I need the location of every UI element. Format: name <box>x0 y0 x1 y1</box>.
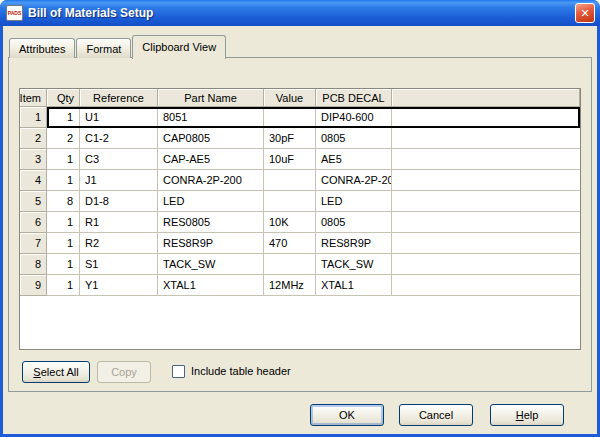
table-cell[interactable] <box>392 107 580 128</box>
table-cell[interactable]: D1-8 <box>80 191 158 212</box>
dialog-body: Attributes Format Clipboard View ItemQty… <box>3 26 597 434</box>
table-row[interactable]: 22C1-2CAP080530pF0805 <box>20 128 580 149</box>
table-cell[interactable]: XTAL1 <box>316 275 392 296</box>
table-cell[interactable]: AE5 <box>316 149 392 170</box>
table-cell[interactable] <box>392 170 580 191</box>
table-cell[interactable]: XTAL1 <box>158 275 264 296</box>
table-cell[interactable] <box>264 107 316 128</box>
row-header-cell[interactable]: 9 <box>20 275 47 296</box>
row-cells[interactable]: 1R1RES080510K0805 <box>47 212 580 233</box>
table-cell[interactable]: 12MHz <box>264 275 316 296</box>
row-cells[interactable]: 1S1TACK_SWTACK_SW <box>47 254 580 275</box>
table-cell[interactable]: 2 <box>47 128 80 149</box>
row-cells[interactable]: 1R2RES8R9P470RES8R9P <box>47 233 580 254</box>
table-cell[interactable] <box>392 191 580 212</box>
column-header-filler <box>392 89 580 107</box>
table-cell[interactable]: CONRA-2P-200 <box>158 170 264 191</box>
table-cell[interactable]: 1 <box>47 149 80 170</box>
table-cell[interactable]: 1 <box>47 233 80 254</box>
table-row[interactable]: 61R1RES080510K0805 <box>20 212 580 233</box>
table-cell[interactable]: 8 <box>47 191 80 212</box>
column-header-pcb-decal: PCB DECAL <box>316 89 392 107</box>
table-cell[interactable] <box>264 170 316 191</box>
table-cell[interactable]: 1 <box>47 275 80 296</box>
table-cell[interactable] <box>392 233 580 254</box>
table-row[interactable]: 58D1-8LEDLED <box>20 191 580 212</box>
table-cell[interactable]: 10uF <box>264 149 316 170</box>
row-cells[interactable]: 1J1CONRA-2P-200CONRA-2P-200 <box>47 170 580 191</box>
table-row[interactable]: 71R2RES8R9P470RES8R9P <box>20 233 580 254</box>
row-cells[interactable]: 1C3CAP-AE510uFAE5 <box>47 149 580 170</box>
table-cell[interactable] <box>264 254 316 275</box>
table-cell[interactable]: DIP40-600 <box>316 107 392 128</box>
table-cell[interactable] <box>264 191 316 212</box>
table-cell[interactable]: S1 <box>80 254 158 275</box>
table-cell[interactable]: J1 <box>80 170 158 191</box>
tab-attributes[interactable]: Attributes <box>9 38 75 58</box>
table-cell[interactable]: RES0805 <box>158 212 264 233</box>
table-cell[interactable]: R1 <box>80 212 158 233</box>
table-cell[interactable]: C3 <box>80 149 158 170</box>
table-cell[interactable]: LED <box>316 191 392 212</box>
cancel-button[interactable]: Cancel <box>399 404 473 426</box>
table-cell[interactable]: 1 <box>47 107 80 128</box>
table-cell[interactable]: TACK_SW <box>316 254 392 275</box>
select-all-button[interactable]: Select All <box>22 361 90 383</box>
row-header-cell[interactable]: 7 <box>20 233 47 254</box>
table-cell[interactable]: CAP0805 <box>158 128 264 149</box>
table-cell[interactable]: Y1 <box>80 275 158 296</box>
row-cells[interactable]: 2C1-2CAP080530pF0805 <box>47 128 580 149</box>
table-cell[interactable]: TACK_SW <box>158 254 264 275</box>
table-cell[interactable]: C1-2 <box>80 128 158 149</box>
table-cell[interactable]: RES8R9P <box>158 233 264 254</box>
row-header-cell[interactable]: 6 <box>20 212 47 233</box>
table-cell[interactable]: 0805 <box>316 128 392 149</box>
table-row[interactable]: 41J1CONRA-2P-200CONRA-2P-200 <box>20 170 580 191</box>
table-cell[interactable]: RES8R9P <box>316 233 392 254</box>
row-header-cell[interactable]: 4 <box>20 170 47 191</box>
tab-format[interactable]: Format <box>76 38 131 58</box>
table-cell[interactable]: U1 <box>80 107 158 128</box>
table-cell[interactable]: 10K <box>264 212 316 233</box>
row-header-cell[interactable]: 2 <box>20 128 47 149</box>
table-cell[interactable]: CONRA-2P-200 <box>316 170 392 191</box>
column-header-qty: Qty <box>47 89 80 107</box>
copy-button[interactable]: Copy <box>97 361 151 383</box>
table-cell[interactable] <box>392 149 580 170</box>
table-row[interactable]: 11U18051DIP40-600 <box>20 107 580 128</box>
table-cell[interactable]: R2 <box>80 233 158 254</box>
table-cell[interactable] <box>392 212 580 233</box>
titlebar[interactable]: PADS Bill of Materials Setup ✕ <box>0 0 600 26</box>
ok-button[interactable]: OK <box>310 404 384 426</box>
table-cell[interactable] <box>392 128 580 149</box>
table-row[interactable]: 81S1TACK_SWTACK_SW <box>20 254 580 275</box>
table-cell[interactable]: 0805 <box>316 212 392 233</box>
table-cell[interactable]: LED <box>158 191 264 212</box>
help-button[interactable]: Help <box>490 404 564 426</box>
column-header-part-name: Part Name <box>158 89 264 107</box>
table-cell[interactable] <box>392 254 580 275</box>
table-cell[interactable]: 30pF <box>264 128 316 149</box>
selected-row-cells[interactable]: 1U18051DIP40-600 <box>47 107 580 128</box>
row-cells[interactable]: 1Y1XTAL112MHzXTAL1 <box>47 275 580 296</box>
app-icon-label: PADS <box>8 10 22 16</box>
include-table-header-label: Include table header <box>191 365 291 378</box>
table-cell[interactable]: 1 <box>47 254 80 275</box>
table-cell[interactable]: CAP-AE5 <box>158 149 264 170</box>
row-header-cell[interactable]: 8 <box>20 254 47 275</box>
row-header-cell[interactable]: 1 <box>20 107 47 128</box>
column-header-reference: Reference <box>80 89 158 107</box>
row-header-cell[interactable]: 5 <box>20 191 47 212</box>
row-header-cell[interactable]: 3 <box>20 149 47 170</box>
table-row[interactable]: 91Y1XTAL112MHzXTAL1 <box>20 275 580 296</box>
table-cell[interactable]: 8051 <box>158 107 264 128</box>
tab-clipboard-view[interactable]: Clipboard View <box>132 35 226 59</box>
include-table-header-checkbox[interactable] <box>172 365 185 378</box>
table-cell[interactable]: 470 <box>264 233 316 254</box>
table-cell[interactable]: 1 <box>47 170 80 191</box>
table-cell[interactable]: 1 <box>47 212 80 233</box>
table-cell[interactable] <box>392 275 580 296</box>
row-cells[interactable]: 8D1-8LEDLED <box>47 191 580 212</box>
table-row[interactable]: 31C3CAP-AE510uFAE5 <box>20 149 580 170</box>
close-button[interactable]: ✕ <box>575 3 595 23</box>
